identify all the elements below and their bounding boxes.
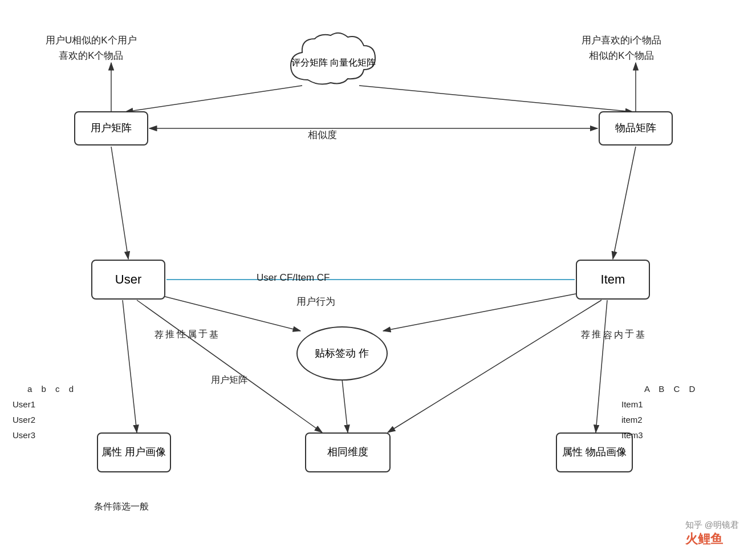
svg-line-16	[342, 379, 348, 432]
item-matrix-label: 物品矩阵	[615, 121, 656, 135]
item-matrix-box: 物品矩阵	[599, 111, 673, 145]
svg-line-3	[125, 86, 302, 112]
svg-line-15	[388, 300, 601, 432]
svg-line-8	[111, 147, 128, 259]
svg-line-12	[154, 294, 300, 331]
item-node-box: Item	[576, 260, 650, 300]
user-matrix-label: 用户矩阵	[91, 121, 132, 135]
cloud-label: 评分矩阵 向量化矩阵	[291, 56, 376, 70]
user-node-box: User	[91, 260, 165, 300]
watermark: 知乎 @明镜君 火鲤鱼	[685, 520, 739, 548]
svg-line-11	[123, 300, 137, 432]
watermark-brand: 火鲤鱼	[685, 532, 723, 546]
svg-line-9	[613, 147, 636, 259]
item-table-rows: Item1 item2 Item3	[621, 381, 643, 443]
item-node-label: Item	[601, 271, 625, 289]
same-dim-box: 相同维度	[305, 432, 391, 472]
svg-line-13	[383, 294, 576, 331]
attr-user-label: 属性 用户画像	[101, 445, 166, 459]
top-left-note: 用户U相似的K个用户 喜欢的K个物品	[46, 17, 137, 64]
cloud-shape: 评分矩阵 向量化矩阵	[279, 29, 388, 97]
same-dim-label: 相同维度	[327, 445, 368, 459]
user-node-label: User	[115, 271, 141, 289]
attr-user-box: 属性 用户画像	[97, 432, 171, 472]
attr-rec-label: 基 于 属 性 推 荐	[154, 322, 230, 324]
user-behavior-label: 用户行为	[296, 280, 335, 309]
svg-line-4	[359, 86, 633, 112]
content-rec-label: 基 于 内 容 推 荐	[580, 322, 657, 324]
svg-line-17	[596, 300, 607, 432]
user-matrix-arrow-label: 用户矩阵	[211, 359, 247, 387]
user-table-rows: User1 User2 User3	[13, 381, 35, 443]
top-right-note: 用户喜欢的i个物品 相似的K个物品	[582, 17, 661, 64]
cond-filter-label: 条件筛选一般	[94, 486, 149, 513]
diagram: 评分矩阵 向量化矩阵 用户矩阵 物品矩阵 User Item 贴标签动 作 属性…	[0, 0, 756, 558]
item-table-header: A B C D	[644, 370, 698, 395]
attr-item-label: 属性 物品画像	[562, 445, 627, 459]
similarity-label: 相似度	[308, 113, 337, 142]
watermark-text: 知乎 @明镜君	[685, 520, 739, 529]
tag-action-ellipse: 贴标签动 作	[296, 326, 388, 381]
tag-action-label: 贴标签动 作	[315, 346, 369, 361]
user-matrix-box: 用户矩阵	[74, 111, 148, 145]
